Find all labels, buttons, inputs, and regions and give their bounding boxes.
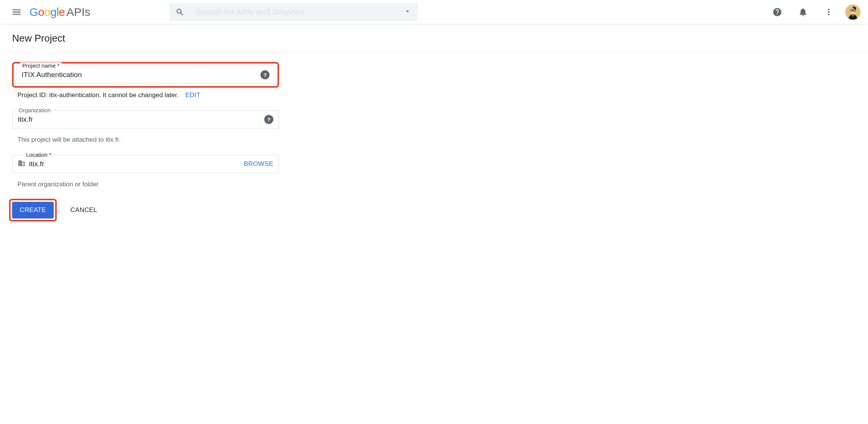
project-name-label: Project name [20, 62, 62, 69]
create-button-highlight: CREATE [9, 199, 57, 221]
new-project-form: Project name ? Project ID: itix-authenti… [0, 53, 291, 231]
cancel-button[interactable]: CANCEL [67, 202, 100, 218]
project-id-value: itix-authentication. It cannot be change… [49, 91, 178, 99]
notifications-icon[interactable] [794, 3, 812, 21]
location-value: itix.fr [29, 160, 244, 168]
project-name-field[interactable]: Project name ? [16, 66, 275, 84]
organization-input[interactable] [18, 115, 264, 124]
google-logo-text: Google [29, 6, 65, 19]
project-name-help-icon[interactable]: ? [260, 70, 270, 79]
header-actions [768, 3, 860, 21]
help-icon[interactable] [768, 3, 786, 21]
search-bar[interactable] [169, 3, 417, 21]
app-header: Google APIs [0, 0, 868, 24]
more-options-icon[interactable] [820, 3, 838, 21]
location-hint: Parent organization or folder [12, 178, 279, 188]
page-title-bar: New Project [0, 24, 868, 53]
organization-help-icon[interactable]: ? [264, 115, 273, 124]
location-field[interactable]: Location itix.fr BROWSE [12, 155, 279, 173]
svg-point-5 [851, 10, 852, 11]
location-field-wrap: Location itix.fr BROWSE [12, 155, 279, 173]
organization-field[interactable]: Organization ? [12, 110, 279, 128]
location-label: Location [24, 152, 54, 158]
apis-label: APIs [67, 6, 90, 19]
google-apis-logo[interactable]: Google APIs [29, 6, 90, 19]
user-avatar[interactable] [845, 5, 860, 20]
svg-point-6 [854, 10, 855, 11]
hamburger-menu-icon[interactable] [8, 3, 26, 21]
create-button[interactable]: CREATE [12, 202, 54, 218]
edit-project-id-link[interactable]: EDIT [185, 91, 200, 99]
page-title: New Project [12, 32, 856, 44]
search-input[interactable] [196, 7, 400, 17]
organization-icon [18, 159, 25, 169]
project-id-prefix: Project ID: [17, 91, 49, 99]
form-buttons: CREATE CANCEL [9, 199, 279, 221]
organization-label: Organization [16, 107, 53, 113]
organization-hint: This project will be attached to itix.fr… [12, 133, 279, 144]
project-name-highlight: Project name ? [12, 62, 279, 88]
project-id-hint: Project ID: itix-authentication. It cann… [12, 88, 279, 99]
search-dropdown-icon[interactable] [404, 8, 411, 17]
project-name-input[interactable] [22, 71, 260, 79]
organization-field-wrap: Organization ? [12, 110, 279, 128]
search-icon [175, 8, 184, 17]
browse-button[interactable]: BROWSE [244, 160, 273, 168]
